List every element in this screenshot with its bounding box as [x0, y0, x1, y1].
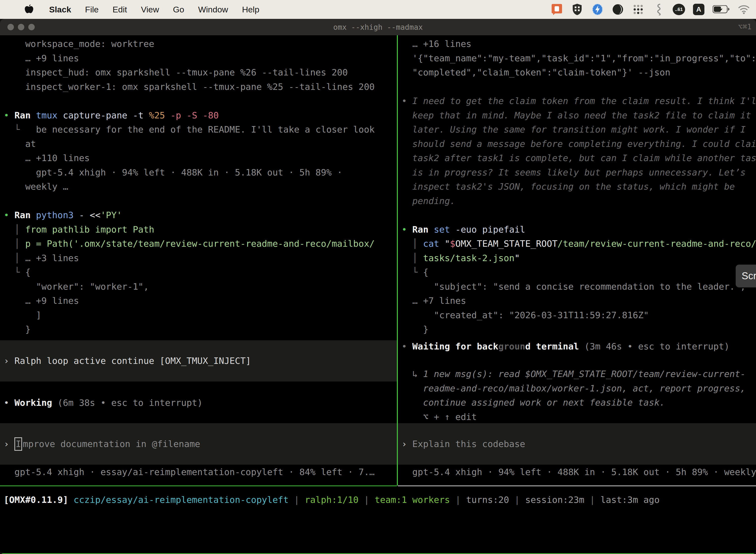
- dots-grid-icon[interactable]: [632, 3, 644, 16]
- close-button[interactable]: [7, 24, 14, 30]
- left-input-band-ralph[interactable]: › Ralph loop active continue [OMX_TMUX_I…: [0, 340, 397, 382]
- letter-a-icon[interactable]: A: [693, 4, 704, 15]
- terminal-line: workspace_mode: worktree: [4, 37, 397, 51]
- chat-icon[interactable]: [551, 3, 563, 16]
- terminal-line: › Explain this codebase: [401, 437, 756, 451]
- terminal-line: '{"team_name":"my-team","task_id":"1","f…: [401, 51, 756, 65]
- zoom-button[interactable]: [28, 24, 35, 30]
- terminal-line: • Working (6m 38s • esc to interrupt): [4, 396, 397, 410]
- terminal-line: "worker": "worker-1",: [4, 279, 397, 294]
- terminal-line: should send a message before completing …: [401, 137, 756, 151]
- terminal-line: … +110 lines: [4, 151, 397, 165]
- window-shortcut-hint: ⌥⌘1: [738, 22, 752, 31]
- terminal-line: inspect_worker-1: omx sparkshell --tmux-…: [4, 80, 397, 94]
- terminal-line: │ from pathlib import Path: [4, 222, 397, 237]
- squiggle-icon[interactable]: [652, 3, 665, 16]
- terminal-line: ⌥ + ↑ edit: [401, 410, 756, 424]
- left-prompt-input[interactable]: › Improve documentation in @filename: [0, 423, 397, 465]
- terminal-line: keep that in mind. Maybe I also need the…: [401, 108, 756, 123]
- menu-item-view[interactable]: View: [141, 5, 159, 14]
- battery-icon[interactable]: [712, 3, 730, 16]
- terminal-line: │ p = Path('.omx/state/team/review-curre…: [4, 236, 397, 251]
- wifi-icon[interactable]: [738, 3, 750, 16]
- terminal-line: [401, 80, 756, 94]
- working-status-line: • Working (6m 38s • esc to interrupt): [4, 396, 397, 410]
- window-title: omx --xhigh --madmax: [0, 23, 756, 32]
- terminal-area: workspace_mode: worktree … +9 lines insp…: [0, 35, 756, 554]
- terminal-line: • I need to get the claim token from the…: [401, 94, 756, 108]
- left-pane-border: [0, 486, 397, 486]
- shield-icon[interactable]: [571, 3, 583, 16]
- terminal-line: }: [4, 322, 397, 337]
- terminal-line: │ … +3 lines: [4, 251, 397, 265]
- terminal-line: … +9 lines: [4, 51, 397, 65]
- terminal-line: later. Using the same for transition mig…: [401, 122, 756, 137]
- terminal-line: [4, 94, 397, 108]
- terminal-line: ]: [4, 308, 397, 322]
- terminal-line: pending.: [401, 194, 756, 208]
- terminal-line: }: [401, 322, 756, 337]
- terminal-line: "completed","claim_token":"claim-token"}…: [401, 65, 756, 80]
- mailbox-message-block: ↳ 1 new msg(s): read $OMX_TEAM_STATE_ROO…: [401, 367, 756, 424]
- terminal-line: • Ran tmux capture-pane -t %25 -p -S -80: [4, 108, 397, 123]
- right-prompt-input[interactable]: › Explain this codebase: [398, 423, 756, 465]
- menu-item-edit[interactable]: Edit: [113, 5, 127, 14]
- pane-divider[interactable]: [397, 35, 398, 486]
- crescent-icon[interactable]: [612, 3, 624, 16]
- terminal-line: └ {: [401, 265, 756, 279]
- terminal-line: [4, 194, 397, 208]
- menu-item-window[interactable]: Window: [198, 5, 228, 14]
- terminal-line: [401, 208, 756, 222]
- terminal-line: └ {: [4, 265, 397, 279]
- omx-status-line: [OMX#0.11.9] cczip/essay/ai-reimplementa…: [4, 493, 659, 507]
- menu-item-file[interactable]: File: [85, 5, 99, 14]
- terminal-line: gpt-5.4 xhigh · 94% left · 488K in · 5.1…: [4, 165, 397, 180]
- terminal-line: │ cat "$OMX_TEAM_STATE_ROOT/team/review-…: [401, 236, 756, 251]
- terminal-line: … +7 lines: [401, 294, 756, 308]
- terminal-line: inspect task2's JSON, focusing on the st…: [401, 179, 756, 194]
- terminal-line: at: [4, 137, 397, 151]
- terminal-line: │ tasks/task-2.json": [401, 251, 756, 265]
- terminal-line: weekly …: [4, 179, 397, 194]
- waiting-status-line: • Waiting for background terminal (3m 46…: [401, 339, 756, 354]
- terminal-line: › Improve documentation in @filename: [4, 437, 397, 451]
- terminal-line: "subject": "send a concise recommendatio…: [401, 279, 756, 294]
- terminal-window: omx --xhigh --madmax ⌥⌘1 workspace_mode:…: [0, 19, 756, 554]
- menu-item-go[interactable]: Go: [173, 5, 184, 14]
- terminal-line: ↳ 1 new msg(s): read $OMX_TEAM_STATE_ROO…: [401, 367, 756, 381]
- terminal-line: • Waiting for background terminal (3m 46…: [401, 339, 756, 354]
- zap-icon[interactable]: [591, 3, 604, 16]
- terminal-line: task2 after task1 is complete, but can I…: [401, 151, 756, 165]
- pane-left: workspace_mode: worktree … +9 lines insp…: [0, 35, 397, 486]
- terminal-line: gpt-5.4 xhigh · essay/ai-reimplementatio…: [4, 465, 397, 479]
- menu-item-slack[interactable]: Slack: [49, 5, 71, 14]
- terminal-line: continue assigned work or next feasible …: [401, 395, 756, 410]
- pane-right: … +16 lines '{"team_name":"my-team","tas…: [398, 35, 756, 486]
- terminal-line: › Ralph loop active continue [OMX_TMUX_I…: [4, 354, 397, 368]
- right-model-status-line: gpt-5.4 xhigh · 94% left · 488K in · 5.1…: [401, 465, 756, 479]
- badge-61-icon[interactable]: ..61: [673, 4, 685, 15]
- terminal-line: … +16 lines: [401, 37, 756, 51]
- terminal-line: └ be necessary for the end of the README…: [4, 122, 397, 137]
- screen-tooltip: Scre: [736, 265, 756, 287]
- minimize-button[interactable]: [18, 24, 24, 30]
- terminal-line: is in progress? It seems likely but perh…: [401, 165, 756, 180]
- terminal-line: … +9 lines: [4, 294, 397, 308]
- terminal-line: • Ran python3 - <<'PY': [4, 208, 397, 222]
- terminal-line: "created_at": "2026-03-31T11:59:27.816Z": [401, 308, 756, 322]
- terminal-line: [OMX#0.11.9] cczip/essay/ai-reimplementa…: [4, 493, 659, 507]
- left-model-status-line: gpt-5.4 xhigh · essay/ai-reimplementatio…: [4, 465, 397, 479]
- terminal-line: inspect_hud: omx sparkshell --tmux-pane …: [4, 65, 397, 80]
- terminal-line: • Ran set -euo pipefail: [401, 222, 756, 237]
- terminal-line: gpt-5.4 xhigh · 94% left · 488K in · 5.1…: [401, 465, 756, 479]
- menu-item-help[interactable]: Help: [242, 5, 259, 14]
- title-bar: omx --xhigh --madmax ⌥⌘1: [0, 19, 756, 35]
- terminal-line: readme-and-reco/mailbox/worker-1.json, a…: [401, 381, 756, 396]
- right-pane-border: [398, 486, 756, 486]
- apple-menu-icon[interactable]: [23, 3, 35, 16]
- menu-bar: SlackFileEditViewGoWindowHelp ..61 A: [0, 0, 756, 19]
